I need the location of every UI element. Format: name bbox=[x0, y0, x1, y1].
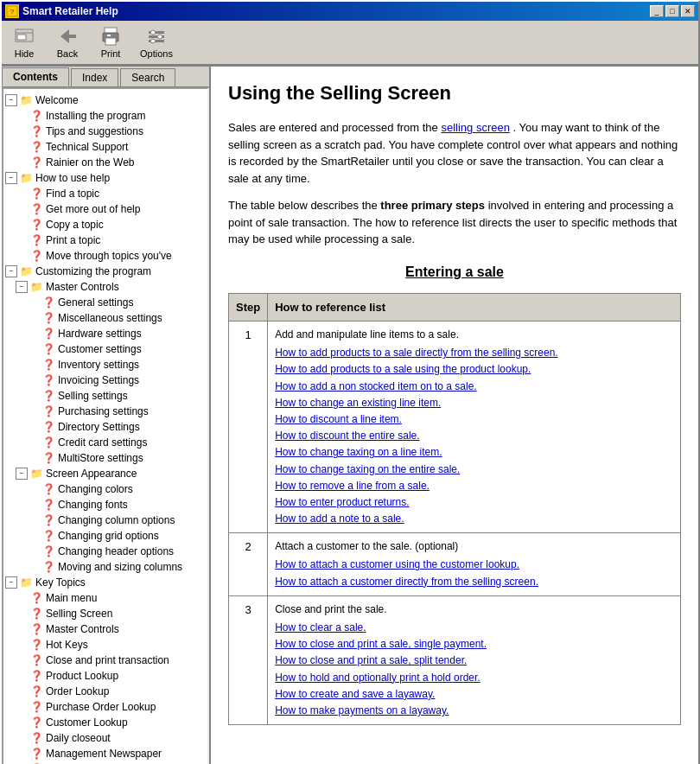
tree-item-screenappearance[interactable]: − 📁 Screen Appearance bbox=[3, 466, 207, 481]
spacer bbox=[16, 608, 28, 620]
tree-item-findtopic[interactable]: ❓ Find a topic bbox=[3, 186, 207, 201]
tree-item-customizing[interactable]: − 📁 Customizing the program bbox=[3, 264, 207, 279]
step-link[interactable]: How to change an existing line item. bbox=[275, 397, 441, 409]
tree-item-welcome[interactable]: − 📁 Welcome bbox=[3, 92, 207, 108]
tree-item-misc[interactable]: ❓ Miscellaneous settings bbox=[3, 310, 207, 326]
expand-customizing[interactable]: − bbox=[5, 265, 17, 277]
tree-item-mastercontrols[interactable]: − 📁 Master Controls bbox=[3, 279, 207, 295]
step-link[interactable]: How to close and print a sale, split ten… bbox=[275, 654, 467, 666]
tree-item-sellingscreen[interactable]: ❓ Selling Screen bbox=[3, 606, 207, 621]
print-button[interactable]: Print bbox=[93, 24, 128, 60]
tree-item-purchasing[interactable]: ❓ Purchasing settings bbox=[3, 404, 207, 419]
tree-item-printtopic[interactable]: ❓ Print a topic bbox=[3, 232, 207, 248]
selling-screen-link[interactable]: selling screen bbox=[441, 121, 510, 134]
page-icon-findtopic: ❓ bbox=[29, 187, 43, 201]
tree-item-mainmenu[interactable]: ❓ Main menu bbox=[3, 590, 207, 606]
folder-icon-screenappearance: 📁 bbox=[29, 467, 43, 481]
step-link[interactable]: How to add products to a sale directly f… bbox=[275, 347, 558, 359]
tree-item-fonts[interactable]: ❓ Changing fonts bbox=[3, 497, 207, 513]
tree-item-general[interactable]: ❓ General settings bbox=[3, 295, 207, 310]
tree-item-hotkeys[interactable]: ❓ Hot Keys bbox=[3, 637, 207, 653]
step-link[interactable]: How to add products to a sale using the … bbox=[275, 363, 531, 375]
expand-howto[interactable]: − bbox=[5, 172, 17, 184]
step-link[interactable]: How to discount a line item. bbox=[275, 413, 402, 425]
tab-index[interactable]: Index bbox=[71, 68, 118, 86]
page-icon-sellingscreen: ❓ bbox=[29, 607, 43, 621]
step-link[interactable]: How to discount the entire sale. bbox=[275, 430, 419, 442]
tab-contents[interactable]: Contents bbox=[2, 67, 69, 86]
folder-icon-mastercontrols: 📁 bbox=[29, 280, 43, 294]
tree-item-colors[interactable]: ❓ Changing colors bbox=[3, 481, 207, 497]
step-link[interactable]: How to clear a sale. bbox=[275, 621, 366, 633]
tree-item-directory[interactable]: ❓ Directory Settings bbox=[3, 419, 207, 435]
page-icon-misc: ❓ bbox=[41, 311, 55, 325]
step-link[interactable]: How to add a note to a sale. bbox=[275, 513, 404, 525]
page-icon-technical: ❓ bbox=[29, 140, 43, 154]
tree-item-closeprint[interactable]: ❓ Close and print transaction bbox=[3, 653, 207, 668]
step-desc: Add and manipulate line items to a sale. bbox=[275, 327, 673, 343]
spacer bbox=[28, 343, 40, 355]
left-panel: Contents Index Search − 📁 Welcome ❓ Inst… bbox=[2, 67, 211, 764]
label-welcome: Welcome bbox=[35, 93, 79, 107]
spacer bbox=[16, 639, 28, 651]
step-link[interactable]: How to hold and optionally print a hold … bbox=[275, 672, 480, 684]
page-icon-fonts: ❓ bbox=[41, 498, 55, 512]
tree-item-creditcard[interactable]: ❓ Credit card settings bbox=[3, 435, 207, 450]
tree-item-hardware[interactable]: ❓ Hardware settings bbox=[3, 326, 207, 341]
page-icon-selling: ❓ bbox=[41, 389, 55, 403]
step-link[interactable]: How to attach a customer directly from t… bbox=[275, 576, 538, 588]
tree-item-keytopics[interactable]: − 📁 Key Topics bbox=[3, 575, 207, 590]
tree-item-columnoptions[interactable]: ❓ Changing column options bbox=[3, 513, 207, 528]
expand-keytopics[interactable]: − bbox=[5, 576, 17, 589]
tree-item-rainier[interactable]: ❓ Rainier on the Web bbox=[3, 155, 207, 170]
label-customer: Customer settings bbox=[58, 342, 142, 356]
tree-item-headeroptions[interactable]: ❓ Changing header options bbox=[3, 544, 207, 559]
tree-item-purchaseorder[interactable]: ❓ Purchase Order Lookup bbox=[3, 699, 207, 715]
step-link[interactable]: How to close and print a sale, single pa… bbox=[275, 638, 487, 650]
step-link[interactable]: How to change taxing on a line item. bbox=[275, 446, 442, 458]
step-link[interactable]: How to make payments on a layaway. bbox=[275, 704, 449, 716]
tree-item-invoicing[interactable]: ❓ Invoicing Settings bbox=[3, 372, 207, 388]
options-button[interactable]: Options bbox=[137, 24, 176, 60]
tree-item-movingcolumns[interactable]: ❓ Moving and sizing columns bbox=[3, 559, 207, 575]
label-purchaseorder: Purchase Order Lookup bbox=[46, 700, 156, 714]
tree-item-gridoptions[interactable]: ❓ Changing grid options bbox=[3, 528, 207, 544]
tree-item-technical[interactable]: ❓ Technical Support bbox=[3, 139, 207, 155]
expand-welcome[interactable]: − bbox=[5, 94, 17, 106]
expand-screenappearance[interactable]: − bbox=[16, 468, 28, 480]
tree-item-getmore[interactable]: ❓ Get more out of help bbox=[3, 201, 207, 217]
label-screenappearance: Screen Appearance bbox=[46, 467, 137, 481]
tree-item-inventory[interactable]: ❓ Inventory settings bbox=[3, 357, 207, 372]
step-link[interactable]: How to add a non stocked item on to a sa… bbox=[275, 380, 476, 392]
tree-item-installing[interactable]: ❓ Installing the program bbox=[3, 108, 207, 124]
tree-item-managementnewspaper[interactable]: ❓ Management Newspaper bbox=[3, 746, 207, 761]
minimize-button[interactable]: _ bbox=[650, 5, 664, 17]
back-button[interactable]: Back bbox=[50, 24, 85, 60]
tree-item-howto[interactable]: − 📁 How to use help bbox=[3, 170, 207, 186]
tab-search[interactable]: Search bbox=[120, 68, 175, 86]
close-button[interactable]: ✕ bbox=[681, 5, 695, 17]
spacer bbox=[28, 296, 40, 309]
tree-item-customerlookup[interactable]: ❓ Customer Lookup bbox=[3, 715, 207, 730]
tree-item-customer[interactable]: ❓ Customer settings bbox=[3, 341, 207, 357]
hide-button[interactable]: Hide bbox=[7, 24, 41, 60]
tree-item-productlookup[interactable]: ❓ Product Lookup bbox=[3, 668, 207, 684]
tree-item-selling[interactable]: ❓ Selling settings bbox=[3, 388, 207, 404]
tree-item-orderlookup[interactable]: ❓ Order Lookup bbox=[3, 684, 207, 699]
tree-item-multistore[interactable]: ❓ MultiStore settings bbox=[3, 450, 207, 466]
svg-text:?: ? bbox=[10, 8, 15, 16]
maximize-button[interactable]: □ bbox=[665, 5, 679, 17]
step-link[interactable]: How to remove a line from a sale. bbox=[275, 480, 430, 492]
step-link[interactable]: How to attach a customer using the custo… bbox=[275, 558, 519, 570]
hide-icon bbox=[14, 26, 35, 47]
tree-item-tips[interactable]: ❓ Tips and suggestions bbox=[3, 124, 207, 139]
tree-item-mastercontrols2[interactable]: ❓ Master Controls bbox=[3, 621, 207, 637]
step-link[interactable]: How to enter product returns. bbox=[275, 496, 409, 508]
expand-mastercontrols[interactable]: − bbox=[16, 281, 28, 293]
tree-container[interactable]: − 📁 Welcome ❓ Installing the program ❓ T… bbox=[2, 87, 209, 764]
tree-item-copytopic[interactable]: ❓ Copy a topic bbox=[3, 217, 207, 232]
tree-item-movethrough[interactable]: ❓ Move through topics you've bbox=[3, 248, 207, 264]
step-link[interactable]: How to change taxing on the entire sale. bbox=[275, 463, 460, 475]
step-link[interactable]: How to create and save a layaway. bbox=[275, 688, 435, 700]
tree-item-dailycloseout[interactable]: ❓ Daily closeout bbox=[3, 730, 207, 746]
